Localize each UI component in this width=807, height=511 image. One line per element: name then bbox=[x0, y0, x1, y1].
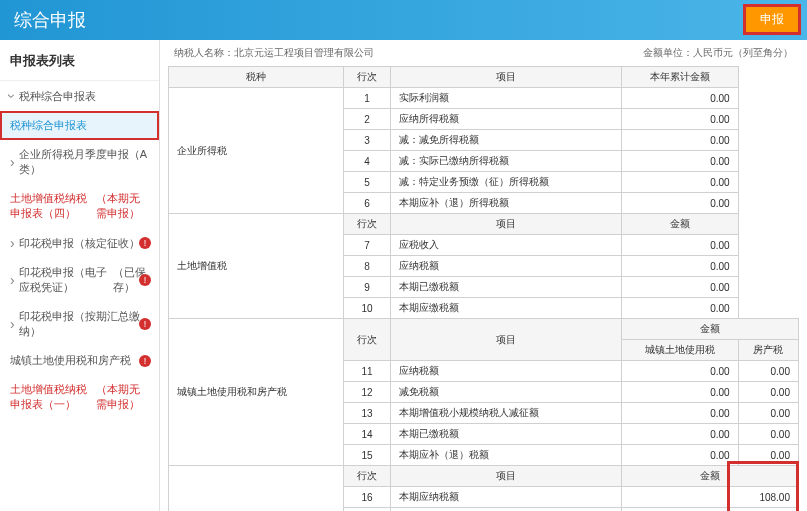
sidebar-item-6[interactable]: 城镇土地使用税和房产税! bbox=[0, 346, 159, 375]
sidebar-item-1[interactable]: 企业所得税月季度申报（A类） bbox=[0, 140, 159, 184]
alert-badge: ! bbox=[139, 318, 151, 330]
sidebar-item-2[interactable]: 土地增值税纳税申报表（四）（本期无需申报） bbox=[0, 184, 159, 228]
alert-badge: ! bbox=[139, 355, 151, 367]
sidebar-item-7[interactable]: 土地增值税纳税申报表（一）（本期无需申报） bbox=[0, 375, 159, 419]
alert-badge: ! bbox=[139, 237, 151, 249]
sidebar: 申报表列表 税种综合申报表 税种综合申报表企业所得税月季度申报（A类）土地增值税… bbox=[0, 40, 160, 511]
declaration-table: 税种行次项目本年累计金额企业所得税1实际利润额0.002应纳所得税额0.003减… bbox=[168, 66, 799, 511]
page-title: 综合申报 bbox=[14, 10, 86, 30]
sidebar-item-4[interactable]: 印花税申报（电子应税凭证）（已保存）! bbox=[0, 258, 159, 302]
sidebar-title: 申报表列表 bbox=[0, 46, 159, 81]
sidebar-group[interactable]: 税种综合申报表 bbox=[0, 81, 159, 111]
sidebar-item-5[interactable]: 印花税申报（按期汇总缴纳）! bbox=[0, 302, 159, 346]
sidebar-item-3[interactable]: 印花税申报（核定征收）! bbox=[0, 228, 159, 258]
sidebar-item-0[interactable]: 税种综合申报表 bbox=[0, 111, 159, 140]
submit-button[interactable]: 申报 bbox=[743, 4, 801, 35]
alert-badge: ! bbox=[139, 274, 151, 286]
top-info: 纳税人名称：北京元运工程项目管理有限公司 金额单位：人民币元（列至角分） bbox=[168, 44, 799, 66]
page-header: 综合申报 申报 bbox=[0, 0, 807, 40]
